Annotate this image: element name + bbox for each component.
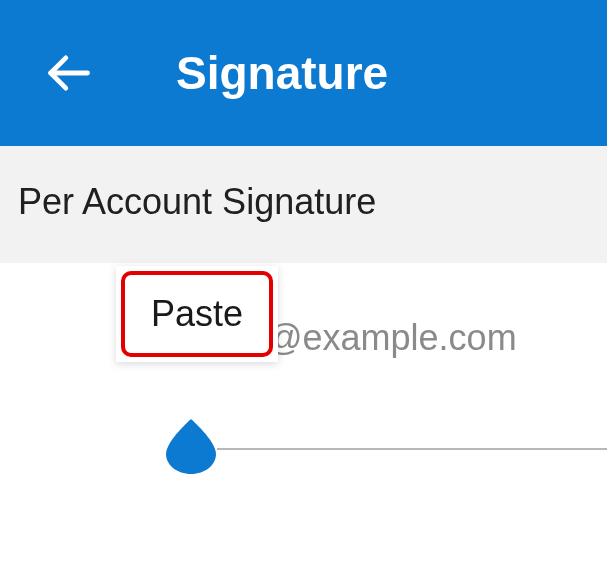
app-header: Signature bbox=[0, 0, 607, 146]
paste-button[interactable]: Paste bbox=[121, 271, 273, 357]
back-arrow-icon[interactable] bbox=[42, 47, 94, 99]
content-area: il@example.com bbox=[0, 263, 607, 303]
email-field-text[interactable]: il@example.com bbox=[250, 317, 517, 359]
section-title: Per Account Signature bbox=[18, 181, 589, 223]
text-cursor-handle[interactable] bbox=[166, 419, 216, 474]
section-header: Per Account Signature bbox=[0, 146, 607, 263]
page-title: Signature bbox=[176, 46, 388, 100]
input-underline bbox=[217, 448, 607, 450]
context-menu: Paste bbox=[116, 266, 278, 362]
